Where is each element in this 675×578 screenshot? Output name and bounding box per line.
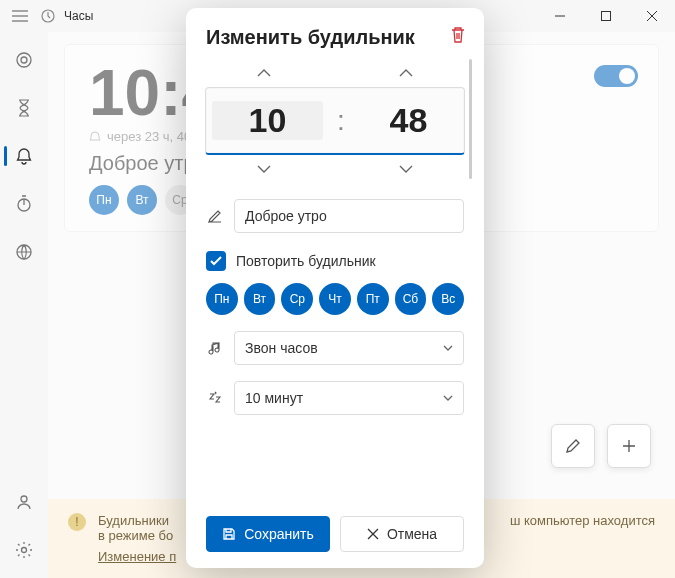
day-mon[interactable]: Пн <box>206 283 238 315</box>
sidebar-item-alarm[interactable] <box>4 136 44 176</box>
window-close[interactable] <box>629 0 675 32</box>
edit-button[interactable] <box>551 424 595 468</box>
scrollbar[interactable] <box>469 59 472 179</box>
svg-point-7 <box>22 548 27 553</box>
minute-down[interactable] <box>347 155 465 183</box>
hour-up[interactable] <box>205 59 323 87</box>
sidebar-item-timer[interactable] <box>4 88 44 128</box>
svg-point-2 <box>17 53 31 67</box>
dialog-title: Изменить будильник <box>206 26 464 49</box>
alarm-toggle[interactable] <box>594 65 638 87</box>
app-title: Часы <box>64 9 93 23</box>
day-fri[interactable]: Пт <box>357 283 389 315</box>
time-colon: : <box>329 105 353 137</box>
snooze-icon <box>206 391 224 405</box>
minute-value[interactable]: 48 <box>353 101 464 140</box>
sidebar-item-worldclock[interactable] <box>4 232 44 272</box>
window-maximize[interactable] <box>583 0 629 32</box>
info-icon: ! <box>68 513 86 531</box>
save-button[interactable]: Сохранить <box>206 516 330 552</box>
day-pill: Вт <box>127 185 157 215</box>
sound-icon <box>206 341 224 355</box>
day-picker: Пн Вт Ср Чт Пт Сб Вс <box>206 283 464 315</box>
hamburger-menu[interactable] <box>8 4 32 28</box>
hour-down[interactable] <box>205 155 323 183</box>
chevron-down-icon <box>443 395 453 401</box>
repeat-label: Повторить будильник <box>236 253 376 269</box>
time-picker: 10 : 48 <box>205 87 465 155</box>
svg-rect-1 <box>602 12 611 21</box>
day-sat[interactable]: Сб <box>395 283 427 315</box>
sidebar-item-focus[interactable] <box>4 40 44 80</box>
close-icon <box>367 528 379 540</box>
day-tue[interactable]: Вт <box>244 283 276 315</box>
day-wed[interactable]: Ср <box>281 283 313 315</box>
svg-point-3 <box>21 57 27 63</box>
cancel-button[interactable]: Отмена <box>340 516 464 552</box>
alarm-name-input[interactable] <box>234 199 464 233</box>
hour-value[interactable]: 10 <box>212 101 323 140</box>
add-button[interactable] <box>607 424 651 468</box>
chevron-down-icon <box>443 345 453 351</box>
day-thu[interactable]: Чт <box>319 283 351 315</box>
edit-icon <box>206 209 224 223</box>
sound-select[interactable]: Звон часов <box>234 331 464 365</box>
sidebar-item-stopwatch[interactable] <box>4 184 44 224</box>
save-icon <box>222 527 236 541</box>
app-icon <box>40 8 56 24</box>
window-minimize[interactable] <box>537 0 583 32</box>
edit-alarm-dialog: Изменить будильник 10 : 48 Повторить буд… <box>186 8 484 568</box>
day-pill: Пн <box>89 185 119 215</box>
day-sun[interactable]: Вс <box>432 283 464 315</box>
delete-button[interactable] <box>450 26 466 44</box>
snooze-select[interactable]: 10 минут <box>234 381 464 415</box>
minute-up[interactable] <box>347 59 465 87</box>
svg-point-6 <box>21 496 27 502</box>
sidebar-item-settings[interactable] <box>4 530 44 570</box>
repeat-checkbox[interactable] <box>206 251 226 271</box>
sidebar-item-account[interactable] <box>4 482 44 522</box>
